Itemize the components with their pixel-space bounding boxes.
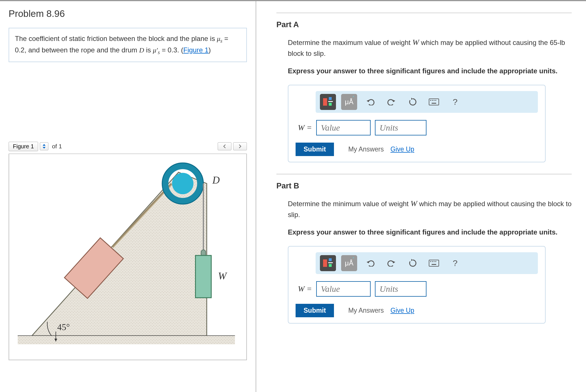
template-tool-button[interactable] xyxy=(320,94,336,110)
part-a-value-input[interactable] xyxy=(316,120,371,135)
part-b-answer-box: μÅ ° ? xyxy=(288,246,546,324)
part-a-submit-row: Submit My Answers Give Up xyxy=(296,143,538,156)
svg-text:45°: 45° xyxy=(57,322,70,332)
redo-icon xyxy=(387,99,396,105)
part-b-give-up-link[interactable]: Give Up xyxy=(390,307,414,314)
figure-count: of 1 xyxy=(50,143,64,150)
keyboard-icon xyxy=(429,99,439,105)
figure-diagram: 45° D W xyxy=(15,160,241,354)
divider xyxy=(276,13,572,13)
problem-text: The coefficient of static friction betwe… xyxy=(15,35,228,54)
figure-spinner[interactable] xyxy=(40,142,48,150)
template-tool-button[interactable] xyxy=(320,255,336,271)
chevron-right-icon xyxy=(239,144,241,148)
part-b-description: Determine the minimum value of weight W … xyxy=(276,198,572,220)
figure-select-button[interactable]: Figure 1 xyxy=(9,142,38,151)
chevron-left-icon xyxy=(223,144,226,148)
svg-rect-26 xyxy=(432,103,436,104)
svg-text:W: W xyxy=(218,270,227,281)
reset-button[interactable] xyxy=(405,255,421,271)
main-container: Problem 8.96 The coefficient of static f… xyxy=(0,0,586,392)
part-b-value-input[interactable] xyxy=(316,281,371,297)
part-a-section: Part A Determine the maximum value of we… xyxy=(276,20,572,162)
right-panel: Part A Determine the maximum value of we… xyxy=(256,1,586,392)
undo-icon xyxy=(366,99,375,105)
svg-rect-17 xyxy=(323,98,327,106)
undo-button[interactable] xyxy=(362,255,378,271)
svg-rect-23 xyxy=(432,100,433,101)
svg-rect-28 xyxy=(329,258,332,261)
help-button[interactable]: ? xyxy=(447,94,463,110)
svg-rect-18 xyxy=(329,97,332,100)
part-b-submit-row: Submit My Answers Give Up xyxy=(296,304,538,317)
part-a-units-input[interactable] xyxy=(375,120,426,135)
part-a-title: Part A xyxy=(276,20,572,29)
part-a-submit-button[interactable]: Submit xyxy=(296,143,334,156)
svg-rect-34 xyxy=(434,261,434,262)
svg-rect-30 xyxy=(329,264,332,267)
svg-text:D: D xyxy=(212,174,220,186)
svg-rect-12 xyxy=(195,255,211,298)
keyboard-button[interactable] xyxy=(426,255,442,271)
figure-body: 45° D W xyxy=(9,154,247,360)
chevron-updown-icon xyxy=(42,144,46,149)
part-b-toolbar: μÅ ° ? xyxy=(316,252,538,274)
left-panel: Problem 8.96 The coefficient of static f… xyxy=(0,1,256,392)
part-b-var-label: W = xyxy=(298,284,312,293)
svg-rect-4 xyxy=(18,336,235,344)
part-b-submit-button[interactable]: Submit xyxy=(296,304,334,317)
undo-icon xyxy=(366,260,375,267)
part-a-my-answers: My Answers xyxy=(348,145,384,153)
svg-rect-27 xyxy=(323,259,327,267)
problem-title: Problem 8.96 xyxy=(9,8,247,19)
figure-link[interactable]: Figure 1 xyxy=(183,46,209,54)
part-b-instruction: Express your answer to three significant… xyxy=(276,227,572,237)
redo-button[interactable] xyxy=(384,94,400,110)
problem-statement-box: The coefficient of static friction betwe… xyxy=(9,28,247,62)
reset-button[interactable] xyxy=(405,94,421,110)
undo-button[interactable] xyxy=(362,94,378,110)
part-a-toolbar: μÅ ° ? xyxy=(316,91,538,113)
special-chars-button[interactable]: μÅ ° xyxy=(341,94,357,110)
help-button[interactable]: ? xyxy=(447,255,463,271)
reset-icon xyxy=(408,259,417,267)
svg-point-9 xyxy=(172,173,194,194)
part-a-answer-row: W = xyxy=(296,120,538,135)
figure-header: Figure 1 of 1 xyxy=(9,139,247,154)
svg-rect-33 xyxy=(432,261,433,262)
part-b-my-answers: My Answers xyxy=(348,307,384,314)
template-icon xyxy=(323,258,333,269)
divider xyxy=(276,174,572,174)
svg-rect-36 xyxy=(432,264,436,265)
part-a-var-label: W = xyxy=(298,123,312,132)
svg-rect-20 xyxy=(329,103,332,106)
special-chars-button[interactable]: μÅ ° xyxy=(341,255,357,271)
svg-rect-25 xyxy=(435,100,436,101)
svg-rect-29 xyxy=(328,262,333,263)
template-icon xyxy=(323,96,333,107)
svg-rect-19 xyxy=(328,101,333,102)
svg-rect-21 xyxy=(429,99,439,105)
part-b-units-input[interactable] xyxy=(375,281,426,297)
figure-next-button[interactable] xyxy=(233,142,247,150)
figure-prev-button[interactable] xyxy=(218,142,231,150)
part-a-description: Determine the maximum value of weight W … xyxy=(276,36,572,59)
svg-rect-24 xyxy=(434,100,434,101)
part-a-instruction: Express your answer to three significant… xyxy=(276,66,572,76)
svg-rect-32 xyxy=(430,261,431,262)
reset-icon xyxy=(408,98,417,106)
svg-rect-22 xyxy=(430,100,431,101)
part-b-answer-row: W = xyxy=(296,281,538,297)
part-a-answer-box: μÅ ° ? xyxy=(288,85,546,162)
part-b-section: Part B Determine the minimum value of we… xyxy=(276,182,572,324)
part-b-title: Part B xyxy=(276,182,572,190)
redo-button[interactable] xyxy=(384,255,400,271)
redo-icon xyxy=(387,260,396,267)
svg-rect-31 xyxy=(429,260,439,266)
keyboard-icon xyxy=(429,260,439,267)
part-a-give-up-link[interactable]: Give Up xyxy=(390,145,414,153)
svg-rect-35 xyxy=(435,261,436,262)
keyboard-button[interactable] xyxy=(426,94,442,110)
